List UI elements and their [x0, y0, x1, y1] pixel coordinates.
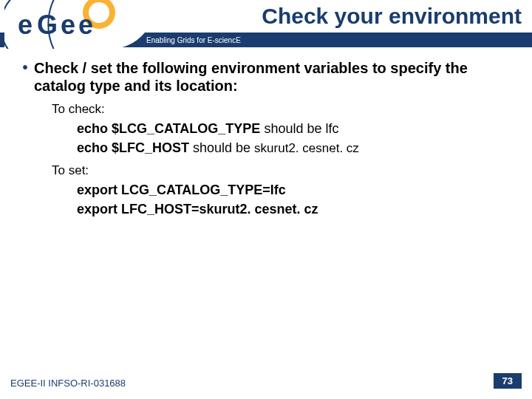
check-val-2: skurut2. cesnet. cz: [254, 141, 359, 155]
check-note-1: should be lfc: [260, 121, 338, 136]
to-check-label: To check:: [52, 102, 516, 117]
set-cmd-2: export LFC_HOST=skurut2. cesnet. cz: [77, 202, 318, 216]
tagline: Enabling Grids for E-sciencE: [146, 36, 241, 44]
egee-logo: e G e e: [4, 0, 145, 49]
bullet-icon: •: [16, 59, 34, 95]
set-line-2: export LFC_HOST=skurut2. cesnet. cz: [77, 200, 516, 218]
page-number: 73: [494, 373, 522, 389]
svg-text:e: e: [61, 10, 75, 40]
main-bullet: • Check / set the following environment …: [16, 59, 516, 95]
check-line-1: echo $LCG_CATALOG_TYPE should be lfc: [77, 120, 516, 137]
slide-footer: EGEE-II INFSO-RI-031688 73: [10, 373, 522, 389]
set-line-1: export LCG_CATALOG_TYPE=lfc: [77, 181, 516, 199]
check-cmd-2: echo $LFC_HOST: [77, 140, 189, 155]
bullet-text: Check / set the following environment va…: [34, 59, 516, 95]
to-set-label: To set:: [52, 163, 516, 178]
footer-id: EGEE-II INFSO-RI-031688: [10, 378, 126, 389]
slide-header: Check your environment Enabling Grids fo…: [0, 0, 532, 49]
check-cmd-1: echo $LCG_CATALOG_TYPE: [77, 121, 260, 136]
slide-title: Check your environment: [262, 4, 522, 29]
set-cmd-1: export LCG_CATALOG_TYPE=lfc: [77, 183, 286, 197]
check-line-2: echo $LFC_HOST should be skurut2. cesnet…: [77, 139, 516, 157]
check-note-2: should be: [189, 140, 254, 155]
svg-text:G: G: [37, 10, 58, 40]
svg-text:e: e: [18, 10, 33, 40]
svg-text:e: e: [78, 10, 93, 40]
slide-content: • Check / set the following environment …: [0, 49, 532, 218]
